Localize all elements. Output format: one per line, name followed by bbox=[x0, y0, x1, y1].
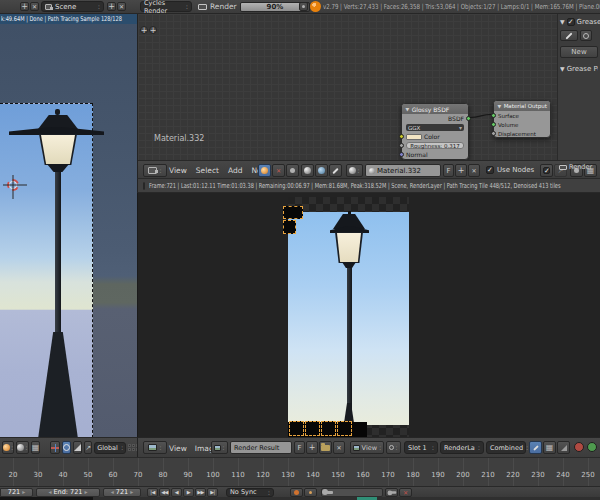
roughness-input-socket[interactable] bbox=[399, 143, 404, 148]
shading-sphere-icon bbox=[17, 444, 24, 451]
add-screen-button[interactable] bbox=[20, 2, 29, 11]
end-frame-field[interactable]: End: 721 bbox=[36, 488, 100, 497]
playback-button-0[interactable]: |◀ bbox=[147, 488, 158, 497]
output-node-header[interactable]: Material Output bbox=[494, 101, 550, 111]
normal-input-socket[interactable] bbox=[399, 152, 404, 157]
image-browse-dropdown[interactable] bbox=[211, 441, 228, 454]
menu-view[interactable]: View bbox=[169, 166, 187, 175]
transform-orientation-dropdown[interactable]: Global bbox=[94, 442, 126, 454]
sync-mode-dropdown[interactable]: No Sync bbox=[226, 488, 274, 497]
grease-erase-button[interactable] bbox=[580, 30, 592, 41]
timeline-ruler[interactable]: 2030405060708090100110120130140150160170… bbox=[0, 458, 600, 486]
viewport-shading-dropdown[interactable] bbox=[16, 441, 28, 454]
glossy-node-header[interactable]: Glossy BSDF bbox=[402, 104, 468, 114]
editor-type-dropdown[interactable] bbox=[143, 441, 167, 454]
delete-keyframe-button[interactable] bbox=[399, 488, 412, 497]
render-engine-selector[interactable]: Cycles Render bbox=[140, 1, 192, 12]
grease-pencil-checkbox[interactable] bbox=[567, 18, 575, 26]
layers-widget[interactable] bbox=[128, 444, 137, 451]
editor-type-dropdown[interactable] bbox=[143, 164, 167, 177]
color-swatch[interactable] bbox=[406, 134, 422, 140]
grid-toggle-button[interactable] bbox=[31, 441, 41, 454]
slot-dropdown[interactable]: Slot 1 bbox=[404, 441, 438, 454]
material-name-field[interactable]: Material.332 bbox=[365, 164, 441, 177]
playback-button-4[interactable]: ▶▶ bbox=[195, 488, 206, 497]
record-button[interactable] bbox=[290, 488, 303, 497]
render-shortcut[interactable]: Render bbox=[559, 163, 592, 171]
scene-selector[interactable]: Scene bbox=[41, 1, 104, 12]
pin-button[interactable] bbox=[540, 164, 553, 177]
image-name-field[interactable]: Render Result bbox=[230, 441, 292, 454]
playback-button-2[interactable]: ◀ bbox=[171, 488, 182, 497]
layer-cell[interactable] bbox=[128, 448, 131, 451]
distribution-dropdown[interactable]: GGX bbox=[406, 124, 464, 131]
unlink-image-button[interactable] bbox=[333, 441, 345, 454]
area-split-widget-2[interactable] bbox=[149, 26, 157, 34]
open-image-button[interactable] bbox=[319, 441, 332, 454]
start-frame-field[interactable]: 721 bbox=[0, 488, 33, 497]
shader-object-button[interactable] bbox=[258, 164, 271, 177]
manipulator-translate-button[interactable] bbox=[50, 441, 60, 454]
menu-select[interactable]: Select bbox=[196, 166, 219, 175]
input-socket-displacement[interactable] bbox=[491, 131, 496, 136]
new-image-button[interactable] bbox=[306, 441, 318, 454]
render-pass-dropdown[interactable]: Combined bbox=[486, 441, 526, 454]
unlink-material-button[interactable] bbox=[468, 164, 480, 177]
new-grease-layer-button[interactable]: New bbox=[560, 46, 598, 58]
insert-keyframe-button[interactable] bbox=[385, 488, 398, 497]
render-menu[interactable]: Render bbox=[198, 2, 237, 11]
shader-world-button[interactable] bbox=[272, 164, 285, 177]
new-material-button[interactable] bbox=[455, 164, 467, 177]
manipulator-rotate-button[interactable] bbox=[62, 441, 71, 454]
render-layer-dropdown[interactable]: RenderLayer bbox=[440, 441, 484, 454]
use-nodes-checkbox[interactable] bbox=[486, 166, 494, 174]
grease-pencil-panel-header[interactable]: Grease bbox=[560, 17, 598, 26]
channel-red-button[interactable] bbox=[574, 442, 584, 452]
material-browse-dropdown[interactable] bbox=[346, 164, 363, 177]
layer-cell[interactable] bbox=[132, 444, 135, 447]
keying-set-field[interactable] bbox=[321, 488, 383, 497]
autokey-mode-button[interactable] bbox=[304, 488, 317, 497]
alpha-checker-button[interactable] bbox=[543, 441, 556, 454]
manipulator-mode-button[interactable] bbox=[84, 441, 92, 454]
menu-add[interactable]: Add bbox=[228, 166, 243, 175]
delete-scene-button[interactable] bbox=[117, 2, 126, 11]
image-editor[interactable] bbox=[137, 193, 600, 437]
cancel-render-button[interactable] bbox=[299, 2, 308, 11]
input-socket-volume[interactable] bbox=[491, 122, 496, 127]
menu-view[interactable]: View bbox=[169, 444, 187, 453]
view-mode-dropdown[interactable]: View bbox=[350, 441, 384, 454]
playback-button-5[interactable]: ▶| bbox=[207, 488, 218, 497]
paint-mode-button[interactable] bbox=[529, 441, 542, 454]
playback-button-1[interactable]: ◀◀ bbox=[159, 488, 170, 497]
material-output-node[interactable]: Material Output SurfaceVolumeDisplacemen… bbox=[493, 100, 551, 138]
pivot-dropdown[interactable] bbox=[386, 441, 401, 454]
roughness-slider[interactable]: Roughness: 0.317 bbox=[406, 142, 464, 149]
layer-cell[interactable] bbox=[132, 448, 135, 451]
grease-draw-button[interactable] bbox=[560, 30, 578, 41]
channel-green-button[interactable] bbox=[587, 442, 597, 452]
current-frame-field[interactable]: 721 bbox=[103, 488, 141, 497]
area-split-widget[interactable] bbox=[140, 26, 148, 34]
gamma-button[interactable] bbox=[557, 441, 570, 454]
viewport-canvas[interactable] bbox=[0, 24, 137, 437]
editor-type-dropdown[interactable] bbox=[2, 441, 14, 454]
delete-screen-button[interactable] bbox=[30, 2, 39, 11]
fake-user-button[interactable]: F bbox=[294, 441, 305, 454]
3d-cursor[interactable] bbox=[7, 179, 19, 191]
playback-button-3[interactable]: ▶ bbox=[183, 488, 194, 497]
shader-linestyle-button[interactable] bbox=[286, 164, 299, 177]
shader-world2-button[interactable] bbox=[315, 164, 328, 177]
manipulator-scale-button[interactable] bbox=[73, 441, 82, 454]
add-scene-button[interactable] bbox=[107, 2, 116, 11]
layer-cell[interactable] bbox=[128, 444, 131, 447]
input-socket-surface[interactable] bbox=[491, 113, 496, 118]
shader-surface-button[interactable] bbox=[301, 164, 314, 177]
grease-pencil-panel2-header[interactable]: Grease Pen bbox=[560, 64, 598, 73]
color-input-socket[interactable] bbox=[399, 134, 404, 139]
camera-frame[interactable] bbox=[0, 103, 93, 437]
glossy-bsdf-node[interactable]: Glossy BSDF BSDF GGX Color Roughness: 0.… bbox=[401, 103, 469, 160]
fake-user-button[interactable]: F bbox=[443, 164, 454, 177]
shader-line-button[interactable] bbox=[329, 164, 342, 177]
node-editor[interactable]: Material.332 Glossy BSDF BSDF GGX Color bbox=[137, 14, 600, 178]
